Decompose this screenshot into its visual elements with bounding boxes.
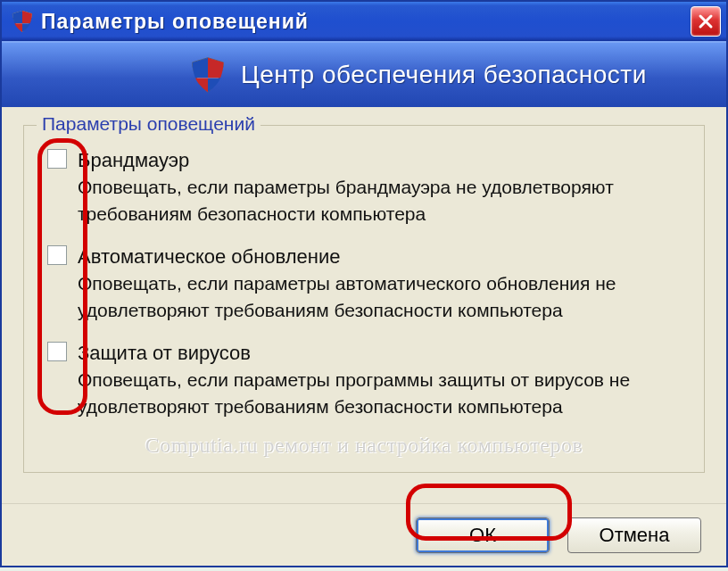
- checkbox-autoupdate[interactable]: [47, 245, 67, 265]
- option-desc: Оповещать, если параметры брандмауэра не…: [78, 174, 681, 228]
- header-title: Центр обеспечения безопасности: [241, 61, 647, 89]
- notification-groupbox: Параметры оповещений Брандмауэр Оповещат…: [23, 125, 705, 473]
- cancel-button[interactable]: Отмена: [567, 517, 701, 553]
- option-desc: Оповещать, если параметры автоматическог…: [78, 270, 681, 324]
- ok-button[interactable]: ОК: [416, 517, 550, 553]
- option-title: Защита от вирусов: [78, 340, 681, 367]
- close-icon: [698, 13, 714, 29]
- option-title: Брандмауэр: [78, 147, 681, 174]
- close-button[interactable]: [691, 6, 721, 37]
- shield-icon: [189, 56, 227, 94]
- body-panel: Параметры оповещений Брандмауэр Оповещат…: [2, 107, 726, 503]
- window-title: Параметры оповещений: [41, 10, 309, 34]
- option-title: Автоматическое обновление: [78, 244, 681, 270]
- option-antivirus: Защита от вирусов Оповещать, если параме…: [47, 340, 681, 420]
- footer: ОК Отмена: [2, 503, 726, 566]
- option-firewall: Брандмауэр Оповещать, если параметры бра…: [47, 147, 681, 228]
- checkbox-antivirus[interactable]: [47, 342, 67, 361]
- watermark: Computia.ru ремонт и настройка компьютер…: [24, 434, 704, 458]
- window: Параметры оповещений Центр обеспечения б…: [0, 0, 728, 567]
- titlebar: Параметры оповещений: [2, 2, 726, 41]
- groupbox-legend: Параметры оповещений: [37, 113, 261, 135]
- option-autoupdate: Автоматическое обновление Оповещать, есл…: [47, 244, 681, 324]
- header-strip: Центр обеспечения безопасности: [2, 41, 726, 107]
- shield-icon: [11, 10, 34, 33]
- checkbox-firewall[interactable]: [47, 149, 67, 169]
- option-desc: Оповещать, если параметры программы защи…: [78, 367, 681, 420]
